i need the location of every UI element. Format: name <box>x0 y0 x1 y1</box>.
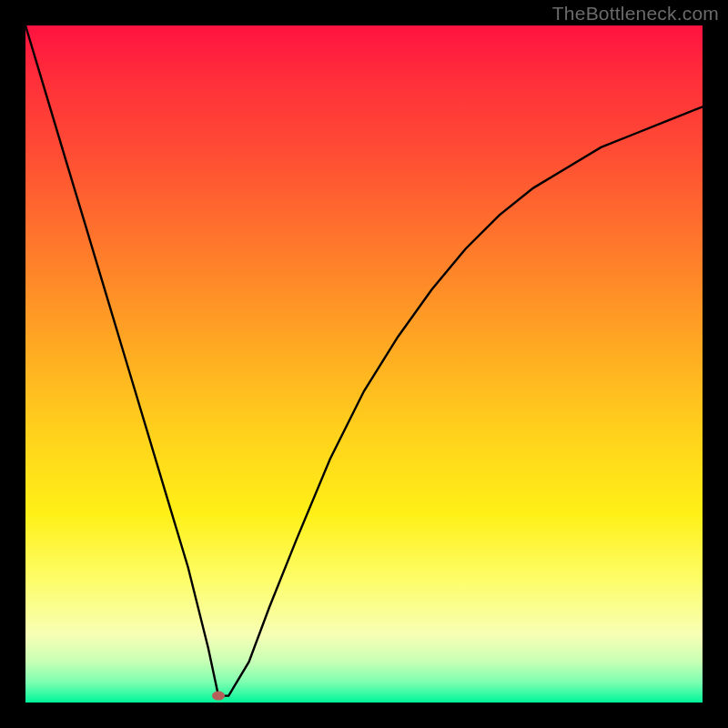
plot-area <box>25 25 703 703</box>
optimal-point-marker <box>212 692 225 701</box>
watermark-text: TheBottleneck.com <box>552 3 719 25</box>
bottleneck-curve <box>25 25 703 703</box>
chart-frame: TheBottleneck.com <box>0 0 728 728</box>
